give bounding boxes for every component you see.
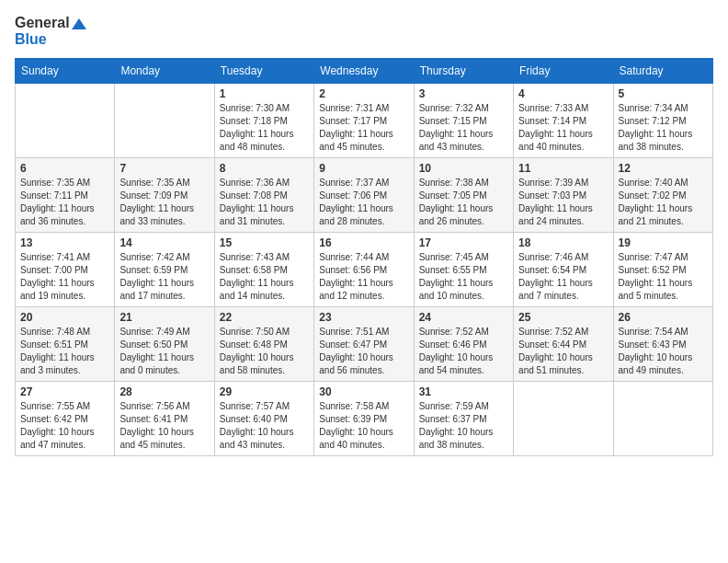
day-info: Sunrise: 7:57 AMSunset: 6:40 PMDaylight:… bbox=[220, 400, 309, 452]
day-info: Sunrise: 7:55 AMSunset: 6:42 PMDaylight:… bbox=[20, 400, 109, 452]
day-info: Sunrise: 7:41 AMSunset: 7:00 PMDaylight:… bbox=[20, 251, 109, 303]
day-info: Sunrise: 7:46 AMSunset: 6:54 PMDaylight:… bbox=[518, 251, 608, 303]
day-number: 12 bbox=[619, 162, 708, 175]
calendar-cell: 11 Sunrise: 7:39 AMSunset: 7:03 PMDaylig… bbox=[514, 158, 613, 233]
calendar-week-row: 20 Sunrise: 7:48 AMSunset: 6:51 PMDaylig… bbox=[16, 307, 713, 382]
calendar-cell: 18 Sunrise: 7:46 AMSunset: 6:54 PMDaylig… bbox=[514, 233, 613, 307]
day-info: Sunrise: 7:36 AMSunset: 7:08 PMDaylight:… bbox=[220, 177, 309, 228]
day-number: 8 bbox=[220, 162, 309, 175]
day-info: Sunrise: 7:49 AMSunset: 6:50 PMDaylight:… bbox=[119, 326, 209, 377]
day-number: 9 bbox=[319, 162, 408, 175]
calendar-cell: 12 Sunrise: 7:40 AMSunset: 7:02 PMDaylig… bbox=[613, 158, 712, 233]
day-info: Sunrise: 7:35 AMSunset: 7:11 PMDaylight:… bbox=[20, 177, 109, 228]
calendar-cell bbox=[115, 84, 214, 158]
day-number: 11 bbox=[518, 162, 608, 175]
day-number: 27 bbox=[20, 385, 109, 398]
day-info: Sunrise: 7:48 AMSunset: 6:51 PMDaylight:… bbox=[20, 326, 109, 377]
calendar-cell: 25 Sunrise: 7:52 AMSunset: 6:44 PMDaylig… bbox=[514, 307, 613, 382]
calendar-cell: 16 Sunrise: 7:44 AMSunset: 6:56 PMDaylig… bbox=[314, 233, 414, 307]
calendar-cell: 26 Sunrise: 7:54 AMSunset: 6:43 PMDaylig… bbox=[613, 307, 712, 382]
weekday-header: Monday bbox=[115, 59, 214, 84]
day-info: Sunrise: 7:35 AMSunset: 7:09 PMDaylight:… bbox=[119, 177, 209, 228]
day-info: Sunrise: 7:45 AMSunset: 6:55 PMDaylight:… bbox=[419, 251, 508, 303]
day-number: 29 bbox=[220, 385, 309, 398]
calendar-cell: 20 Sunrise: 7:48 AMSunset: 6:51 PMDaylig… bbox=[16, 307, 115, 382]
calendar-cell: 1 Sunrise: 7:30 AMSunset: 7:18 PMDayligh… bbox=[214, 84, 313, 158]
day-info: Sunrise: 7:33 AMSunset: 7:14 PMDaylight:… bbox=[518, 102, 608, 154]
calendar-cell: 10 Sunrise: 7:38 AMSunset: 7:05 PMDaylig… bbox=[414, 158, 513, 233]
day-info: Sunrise: 7:37 AMSunset: 7:06 PMDaylight:… bbox=[319, 177, 408, 228]
day-number: 10 bbox=[419, 162, 508, 175]
day-info: Sunrise: 7:43 AMSunset: 6:58 PMDaylight:… bbox=[220, 251, 309, 303]
weekday-header: Wednesday bbox=[314, 59, 414, 84]
day-info: Sunrise: 7:42 AMSunset: 6:59 PMDaylight:… bbox=[119, 251, 209, 303]
day-number: 13 bbox=[20, 236, 109, 249]
calendar-week-row: 1 Sunrise: 7:30 AMSunset: 7:18 PMDayligh… bbox=[16, 84, 713, 158]
calendar-cell: 19 Sunrise: 7:47 AMSunset: 6:52 PMDaylig… bbox=[613, 233, 712, 307]
day-number: 28 bbox=[119, 385, 209, 398]
calendar-cell: 17 Sunrise: 7:45 AMSunset: 6:55 PMDaylig… bbox=[414, 233, 513, 307]
weekday-header: Thursday bbox=[414, 59, 513, 84]
day-number: 17 bbox=[419, 236, 508, 249]
calendar-cell: 24 Sunrise: 7:52 AMSunset: 6:46 PMDaylig… bbox=[414, 307, 513, 382]
calendar-cell: 27 Sunrise: 7:55 AMSunset: 6:42 PMDaylig… bbox=[16, 382, 115, 456]
calendar-cell: 21 Sunrise: 7:49 AMSunset: 6:50 PMDaylig… bbox=[115, 307, 214, 382]
calendar-cell: 31 Sunrise: 7:59 AMSunset: 6:37 PMDaylig… bbox=[414, 382, 513, 456]
page-header: General Blue bbox=[15, 15, 713, 47]
day-number: 7 bbox=[119, 162, 209, 175]
logo-text-block: General Blue bbox=[15, 15, 86, 47]
day-number: 18 bbox=[518, 236, 608, 249]
day-info: Sunrise: 7:58 AMSunset: 6:39 PMDaylight:… bbox=[319, 400, 408, 452]
calendar-cell: 14 Sunrise: 7:42 AMSunset: 6:59 PMDaylig… bbox=[115, 233, 214, 307]
day-number: 6 bbox=[20, 162, 109, 175]
day-number: 21 bbox=[119, 311, 209, 324]
day-number: 4 bbox=[518, 87, 608, 100]
weekday-header: Sunday bbox=[16, 59, 115, 84]
day-number: 25 bbox=[518, 311, 608, 324]
calendar-cell: 28 Sunrise: 7:56 AMSunset: 6:41 PMDaylig… bbox=[115, 382, 214, 456]
calendar-cell: 29 Sunrise: 7:57 AMSunset: 6:40 PMDaylig… bbox=[214, 382, 313, 456]
weekday-header-row: SundayMondayTuesdayWednesdayThursdayFrid… bbox=[16, 59, 713, 84]
calendar-cell: 4 Sunrise: 7:33 AMSunset: 7:14 PMDayligh… bbox=[514, 84, 613, 158]
day-number: 16 bbox=[319, 236, 408, 249]
day-number: 30 bbox=[319, 385, 408, 398]
day-info: Sunrise: 7:34 AMSunset: 7:12 PMDaylight:… bbox=[619, 102, 708, 154]
calendar-cell bbox=[613, 382, 712, 456]
day-number: 26 bbox=[619, 311, 708, 324]
day-info: Sunrise: 7:40 AMSunset: 7:02 PMDaylight:… bbox=[619, 177, 708, 228]
calendar-cell: 15 Sunrise: 7:43 AMSunset: 6:58 PMDaylig… bbox=[214, 233, 313, 307]
calendar-cell: 6 Sunrise: 7:35 AMSunset: 7:11 PMDayligh… bbox=[16, 158, 115, 233]
calendar-week-row: 27 Sunrise: 7:55 AMSunset: 6:42 PMDaylig… bbox=[16, 382, 713, 456]
calendar-cell: 7 Sunrise: 7:35 AMSunset: 7:09 PMDayligh… bbox=[115, 158, 214, 233]
calendar-cell: 5 Sunrise: 7:34 AMSunset: 7:12 PMDayligh… bbox=[613, 84, 712, 158]
day-info: Sunrise: 7:54 AMSunset: 6:43 PMDaylight:… bbox=[619, 326, 708, 377]
calendar-cell: 2 Sunrise: 7:31 AMSunset: 7:17 PMDayligh… bbox=[314, 84, 414, 158]
logo: General Blue bbox=[15, 15, 86, 47]
day-number: 23 bbox=[319, 311, 408, 324]
day-info: Sunrise: 7:52 AMSunset: 6:46 PMDaylight:… bbox=[419, 326, 508, 377]
calendar-cell bbox=[16, 84, 115, 158]
day-info: Sunrise: 7:47 AMSunset: 6:52 PMDaylight:… bbox=[619, 251, 708, 303]
day-info: Sunrise: 7:44 AMSunset: 6:56 PMDaylight:… bbox=[319, 251, 408, 303]
day-number: 15 bbox=[220, 236, 309, 249]
calendar-cell: 13 Sunrise: 7:41 AMSunset: 7:00 PMDaylig… bbox=[16, 233, 115, 307]
day-info: Sunrise: 7:50 AMSunset: 6:48 PMDaylight:… bbox=[220, 326, 309, 377]
calendar-cell: 22 Sunrise: 7:50 AMSunset: 6:48 PMDaylig… bbox=[214, 307, 313, 382]
day-number: 14 bbox=[119, 236, 209, 249]
calendar-cell: 8 Sunrise: 7:36 AMSunset: 7:08 PMDayligh… bbox=[214, 158, 313, 233]
day-info: Sunrise: 7:30 AMSunset: 7:18 PMDaylight:… bbox=[220, 102, 309, 154]
calendar-week-row: 13 Sunrise: 7:41 AMSunset: 7:00 PMDaylig… bbox=[16, 233, 713, 307]
day-number: 31 bbox=[419, 385, 508, 398]
day-info: Sunrise: 7:32 AMSunset: 7:15 PMDaylight:… bbox=[419, 102, 508, 154]
calendar-cell: 3 Sunrise: 7:32 AMSunset: 7:15 PMDayligh… bbox=[414, 84, 513, 158]
day-info: Sunrise: 7:52 AMSunset: 6:44 PMDaylight:… bbox=[518, 326, 608, 377]
calendar-table: SundayMondayTuesdayWednesdayThursdayFrid… bbox=[15, 58, 713, 456]
day-number: 1 bbox=[220, 87, 309, 100]
calendar-cell bbox=[514, 382, 613, 456]
day-number: 22 bbox=[220, 311, 309, 324]
day-number: 5 bbox=[619, 87, 708, 100]
day-number: 24 bbox=[419, 311, 508, 324]
calendar-week-row: 6 Sunrise: 7:35 AMSunset: 7:11 PMDayligh… bbox=[16, 158, 713, 233]
day-info: Sunrise: 7:39 AMSunset: 7:03 PMDaylight:… bbox=[518, 177, 608, 228]
day-info: Sunrise: 7:31 AMSunset: 7:17 PMDaylight:… bbox=[319, 102, 408, 154]
